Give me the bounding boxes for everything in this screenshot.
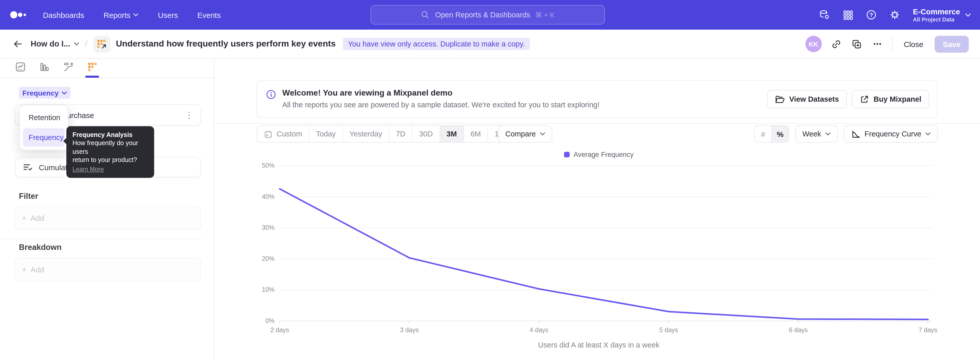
- add-icon: +: [22, 214, 27, 222]
- breakdown-add-button[interactable]: + Add: [15, 258, 201, 282]
- svg-text:30%: 30%: [262, 224, 275, 231]
- settings-gear-icon[interactable]: [889, 9, 900, 21]
- search-icon: [421, 10, 430, 19]
- chevron-down-icon: [74, 42, 79, 45]
- nav-link-events[interactable]: Events: [197, 11, 221, 19]
- tab-flows[interactable]: [62, 60, 75, 73]
- save-button[interactable]: Save: [935, 35, 969, 53]
- project-switcher[interactable]: E-Commerce All Project Data: [913, 7, 971, 22]
- chevron-down-icon: [62, 91, 67, 94]
- main-content: Welcome! You are viewing a Mixpanel demo…: [215, 59, 980, 359]
- nav-link-reports[interactable]: Reports: [103, 11, 138, 19]
- svg-text:5 days: 5 days: [659, 326, 678, 333]
- tab-funnels[interactable]: [38, 60, 51, 73]
- project-name: E-Commerce: [913, 7, 960, 16]
- dropdown-option-frequency[interactable]: Frequency: [23, 128, 65, 147]
- retention-report-icon: [94, 35, 110, 53]
- duplicate-icon[interactable]: [851, 38, 862, 49]
- svg-text:40%: 40%: [262, 193, 275, 200]
- apps-grid-icon[interactable]: [842, 9, 854, 21]
- granularity-dropdown[interactable]: Week: [795, 125, 838, 143]
- chevron-down-icon: [825, 132, 830, 136]
- date-range-3m[interactable]: 3M: [440, 126, 464, 142]
- svg-text:3 days: 3 days: [400, 326, 419, 333]
- absolute-values-toggle[interactable]: #: [755, 126, 772, 142]
- legend-label: Average Frequency: [573, 151, 633, 158]
- granularity-label: Week: [802, 130, 821, 138]
- divider: [892, 37, 892, 51]
- svg-text:6 days: 6 days: [789, 326, 808, 333]
- svg-text:7 days: 7 days: [918, 326, 937, 333]
- search-input[interactable]: Open Reports & Dashboards ⌘ + K: [371, 5, 605, 24]
- date-range-custom[interactable]: Custom: [257, 126, 309, 142]
- active-tab-indicator: [85, 76, 99, 78]
- buy-mixpanel-button[interactable]: Buy Mixpanel: [852, 90, 929, 108]
- date-range-label: 3M: [447, 130, 457, 138]
- svg-text:10%: 10%: [262, 286, 275, 293]
- add-icon: +: [22, 265, 27, 274]
- percent-values-toggle[interactable]: %: [772, 126, 789, 142]
- page-title: Understand how frequently users perform …: [116, 39, 336, 49]
- learn-more-link[interactable]: Learn More: [73, 166, 104, 173]
- view-datasets-button[interactable]: View Datasets: [767, 90, 847, 108]
- divider: [215, 123, 980, 124]
- compare-button[interactable]: Compare: [498, 125, 552, 143]
- date-range-label: Yesterday: [349, 130, 382, 138]
- chart-type-dropdown[interactable]: Frequency Curve: [844, 125, 938, 143]
- report-header: How do I... / Understand how frequently …: [0, 30, 980, 59]
- date-range-label: 30D: [419, 130, 433, 138]
- dropdown-option-retention[interactable]: Retention: [23, 108, 65, 127]
- mixpanel-logo-icon[interactable]: [10, 10, 29, 19]
- date-range-today[interactable]: Today: [309, 126, 343, 142]
- tooltip-body: How frequently do your users: [73, 139, 148, 156]
- kebab-menu-icon[interactable]: ⋮: [185, 111, 193, 119]
- chart-controls: #% Week Frequency Curve: [754, 125, 938, 143]
- nav-link-label: Reports: [103, 11, 130, 19]
- banner-subtitle: All the reports you see are powered by a…: [282, 101, 600, 109]
- date-range-30d[interactable]: 30D: [412, 126, 440, 142]
- back-button[interactable]: [11, 37, 24, 51]
- measurement-selector[interactable]: Frequency: [19, 87, 70, 99]
- nav-link-users[interactable]: Users: [158, 11, 178, 19]
- legend-swatch: [564, 152, 570, 157]
- avatar[interactable]: KK: [805, 36, 821, 52]
- chart-legend: Average Frequency: [259, 151, 938, 158]
- sidebar: Frequency Purchase ⋮ RetentionFrequency …: [0, 59, 215, 359]
- search-shortcut: ⌘ + K: [535, 11, 555, 19]
- tab-retention[interactable]: [86, 60, 99, 73]
- more-options-icon[interactable]: [872, 38, 883, 49]
- chevron-down-icon: [925, 132, 931, 136]
- add-label: Add: [30, 214, 44, 222]
- nav-link-label: Users: [158, 11, 178, 19]
- external-link-icon: [859, 94, 869, 104]
- date-range-label: Today: [316, 130, 336, 138]
- app: DashboardsReportsUsersEvents Open Report…: [0, 0, 980, 359]
- add-label: Add: [30, 265, 44, 274]
- list-check-icon: [22, 162, 33, 172]
- tooltip-body2: return to your product?: [73, 156, 148, 164]
- help-icon[interactable]: ?: [866, 9, 877, 21]
- chevron-down-icon: [134, 13, 138, 16]
- filter-add-button[interactable]: + Add: [15, 206, 201, 230]
- nav-right: ? E-Commerce All Project Data: [819, 0, 971, 30]
- copy-link-icon[interactable]: [831, 38, 842, 49]
- date-range-7d[interactable]: 7D: [389, 126, 412, 142]
- info-icon: [266, 89, 276, 100]
- tab-insights[interactable]: [14, 60, 27, 73]
- nav-link-label: Dashboards: [43, 11, 84, 19]
- close-button[interactable]: Close: [902, 37, 925, 51]
- date-range-6m[interactable]: 6M: [464, 126, 488, 142]
- project-scope: All Project Data: [913, 16, 960, 22]
- filter-heading: Filter: [19, 191, 38, 201]
- svg-text:0%: 0%: [266, 317, 275, 324]
- date-range-label: 6M: [471, 130, 481, 138]
- measurement-dropdown: RetentionFrequency: [19, 105, 68, 150]
- date-range-yesterday[interactable]: Yesterday: [343, 126, 389, 142]
- data-management-icon[interactable]: [819, 9, 830, 21]
- nav-link-dashboards[interactable]: Dashboards: [43, 11, 84, 19]
- buy-mixpanel-label: Buy Mixpanel: [873, 95, 921, 103]
- svg-text:50%: 50%: [262, 162, 275, 169]
- chart-caption: Users did A at least X days in a week: [259, 341, 938, 349]
- view-only-notice[interactable]: You have view only access. Duplicate to …: [343, 38, 530, 50]
- breadcrumb[interactable]: How do I...: [30, 39, 79, 49]
